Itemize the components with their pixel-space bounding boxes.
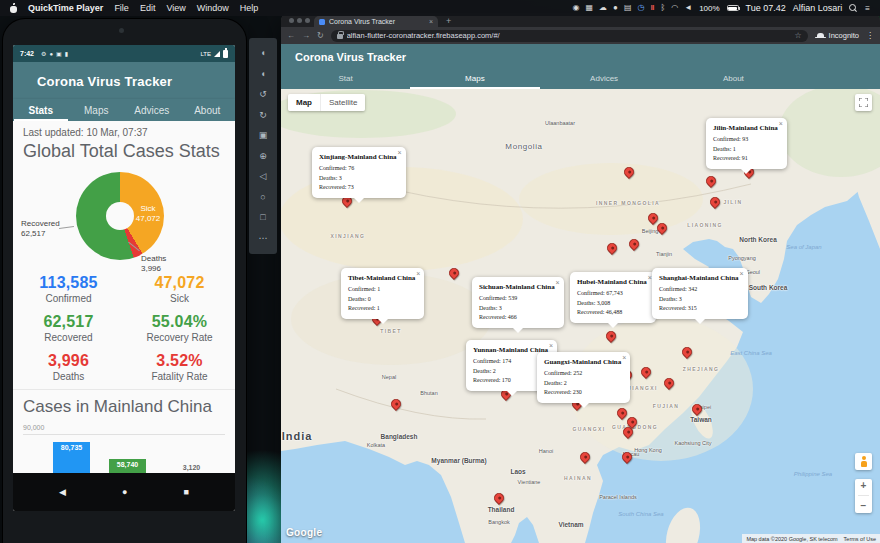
info-window-title: Sichuan-Mainland China bbox=[479, 283, 555, 291]
close-icon[interactable]: × bbox=[398, 149, 402, 156]
google-map[interactable]: UlaanbaatarMongoliaINNER MONGOLIAXINJIAN… bbox=[281, 89, 880, 543]
window-close-button[interactable] bbox=[289, 18, 294, 23]
menu-user-name[interactable]: Alfian Losari bbox=[793, 3, 843, 13]
window-zoom-button[interactable] bbox=[305, 18, 310, 23]
back-icon[interactable]: ← bbox=[287, 32, 295, 40]
phone-tab-maps[interactable]: Maps bbox=[69, 99, 125, 121]
wifi-icon[interactable]: ◠ bbox=[671, 4, 678, 12]
overview-icon[interactable]: □ bbox=[260, 213, 265, 222]
web-app-header: Corona Virus Tracker StatMapsAdvicesAbou… bbox=[281, 44, 880, 89]
terms-link[interactable]: Terms of Use bbox=[844, 536, 876, 542]
control-center-icon[interactable]: ≡ bbox=[865, 4, 870, 13]
info-window-line: Recovered: 91 bbox=[713, 154, 778, 164]
more-icon[interactable]: ⋯ bbox=[259, 234, 268, 243]
network-label: LTE bbox=[200, 51, 211, 57]
close-icon[interactable]: × bbox=[779, 120, 783, 127]
fullscreen-button[interactable] bbox=[855, 94, 872, 111]
menu-app-name[interactable]: QuickTime Player bbox=[28, 3, 103, 13]
apple-icon[interactable] bbox=[10, 4, 18, 13]
info-window-title: Xinjiang-Mainland China bbox=[319, 153, 397, 161]
volume-down-icon[interactable]: ◖ bbox=[260, 70, 265, 79]
home-icon[interactable]: ● bbox=[122, 488, 127, 497]
bar-axis-label: 90,000 bbox=[23, 424, 44, 431]
reload-icon[interactable]: ↻ bbox=[317, 32, 324, 40]
phone-tab-label: About bbox=[194, 105, 220, 116]
close-icon[interactable]: × bbox=[556, 279, 560, 286]
volume-up-icon[interactable]: ◖ bbox=[260, 49, 265, 58]
info-window-line: Confirmed: 93 bbox=[713, 135, 778, 145]
screenshot-icon[interactable]: ▣ bbox=[259, 131, 268, 140]
web-tab-advices[interactable]: Advices bbox=[540, 67, 669, 89]
phone-tab-advices[interactable]: Advices bbox=[124, 99, 180, 121]
zoom-in-button[interactable]: + bbox=[861, 481, 867, 491]
home-icon[interactable]: ○ bbox=[260, 193, 265, 202]
zoom-out-button[interactable]: − bbox=[861, 501, 867, 511]
back-icon[interactable]: ◁ bbox=[260, 172, 267, 181]
volume-icon[interactable]: ◄ bbox=[684, 4, 692, 12]
search-icon[interactable] bbox=[849, 4, 858, 13]
menu-item-view[interactable]: View bbox=[166, 3, 185, 13]
new-tab-button[interactable]: + bbox=[446, 17, 451, 26]
pause-icon[interactable]: ‖ bbox=[650, 4, 654, 12]
close-icon[interactable]: × bbox=[549, 342, 553, 349]
map-type-satellite[interactable]: Satellite bbox=[321, 94, 365, 111]
info-window-line: Confirmed: 67,743 bbox=[577, 289, 647, 299]
menu-clock[interactable]: Tue 07.42 bbox=[746, 3, 786, 13]
browser-tab[interactable]: Corona Virus Tracker × bbox=[314, 16, 438, 27]
divider bbox=[858, 495, 869, 496]
zoom-icon[interactable]: ⊕ bbox=[259, 152, 267, 161]
grid-icon[interactable]: ▦ bbox=[585, 4, 593, 12]
settings-icon: ⚙ bbox=[41, 51, 46, 57]
info-window-title: Shanghai-Mainland China bbox=[659, 274, 739, 282]
menu-item-edit[interactable]: Edit bbox=[140, 3, 156, 13]
pegman-icon bbox=[860, 456, 867, 467]
info-window-line: Recovered: 230 bbox=[544, 388, 621, 398]
forward-icon[interactable]: → bbox=[302, 32, 310, 40]
stat-value: 47,072 bbox=[124, 274, 235, 292]
pegman-button[interactable] bbox=[855, 453, 872, 470]
web-tab-about[interactable]: About bbox=[669, 67, 798, 89]
dot-icon: ● bbox=[49, 51, 53, 57]
menu-item-help[interactable]: Help bbox=[240, 3, 259, 13]
info-window-line: Confirmed: 539 bbox=[479, 294, 555, 304]
lock-icon[interactable] bbox=[337, 34, 343, 39]
menu-item-file[interactable]: File bbox=[114, 3, 129, 13]
phone-tab-about[interactable]: About bbox=[180, 99, 236, 121]
stat-value: 55.04% bbox=[124, 313, 235, 331]
notification-icon[interactable]: ● bbox=[613, 4, 618, 12]
record-icon[interactable]: ◉ bbox=[572, 4, 579, 12]
tab-close-icon[interactable]: × bbox=[429, 18, 433, 25]
web-tab-maps[interactable]: Maps bbox=[410, 67, 539, 89]
stat-confirmed: 113,585Confirmed bbox=[13, 274, 124, 304]
clock-icon[interactable]: ◷ bbox=[637, 4, 644, 12]
battery-icon bbox=[727, 5, 739, 11]
android-nav-bar: ◀●■ bbox=[13, 473, 235, 511]
close-icon[interactable]: × bbox=[739, 270, 743, 277]
stat-value: 62,517 bbox=[13, 313, 124, 331]
map-type-map[interactable]: Map bbox=[288, 94, 321, 111]
phone-camera-dot bbox=[119, 28, 124, 33]
url-text[interactable]: alfian-flutter-coronatracker.firebaseapp… bbox=[347, 31, 791, 40]
back-icon[interactable]: ◀ bbox=[59, 488, 66, 497]
phone-tab-stats[interactable]: Stats bbox=[13, 99, 69, 121]
close-icon[interactable]: × bbox=[622, 354, 626, 361]
window-minimize-button[interactable] bbox=[297, 18, 302, 23]
sidebar-icon[interactable]: ▤ bbox=[624, 4, 632, 12]
web-tab-stat[interactable]: Stat bbox=[281, 67, 410, 89]
global-stats-heading: Global Total Cases Stats bbox=[23, 141, 220, 162]
battery-percent: 100% bbox=[699, 4, 719, 13]
bookmark-star-icon[interactable]: ☆ bbox=[794, 32, 801, 40]
bluetooth-icon[interactable]: ᛒ bbox=[660, 4, 665, 12]
rotate-left-icon[interactable]: ↺ bbox=[259, 90, 267, 99]
rotate-right-icon[interactable]: ↻ bbox=[259, 111, 267, 120]
close-icon[interactable]: × bbox=[416, 270, 420, 277]
cloud-icon[interactable]: ☁ bbox=[599, 4, 607, 12]
overview-icon[interactable]: ■ bbox=[184, 488, 189, 497]
menu-item-window[interactable]: Window bbox=[197, 3, 229, 13]
info-window-line: Recovered: 73 bbox=[319, 183, 397, 193]
address-bar[interactable]: alfian-flutter-coronatracker.firebaseapp… bbox=[331, 30, 808, 42]
browser-toolbar: ← → ↻ alfian-flutter-coronatracker.fireb… bbox=[281, 27, 880, 44]
browser-menu-icon[interactable]: ⋮ bbox=[866, 32, 874, 40]
web-tab-label: Maps bbox=[465, 74, 485, 83]
stat-deaths: 3,996Deaths bbox=[13, 352, 124, 382]
